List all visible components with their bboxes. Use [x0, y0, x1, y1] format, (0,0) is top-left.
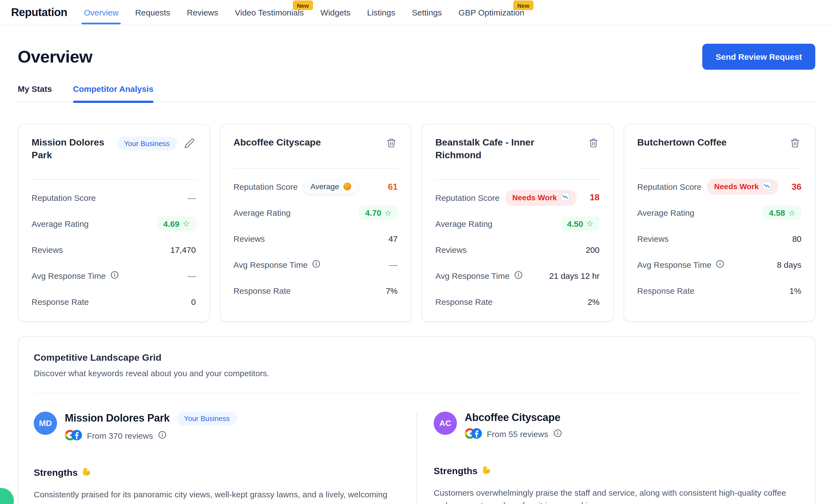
stat-label: Average Rating: [435, 219, 492, 228]
landscape-column-mission-dolores-park: MD Mission Dolores Park Your Business: [34, 411, 416, 504]
score-badge-average: Average: [303, 179, 359, 194]
nav-tab-overview[interactable]: Overview: [84, 0, 119, 24]
stat-label-text: Avg Response Time: [435, 271, 509, 280]
stat-value: 2%: [588, 297, 599, 306]
info-icon[interactable]: [158, 431, 167, 441]
rating-pill: 4.50☆: [561, 216, 599, 231]
stat-label: Reviews: [234, 234, 265, 244]
avatar: MD: [34, 411, 57, 435]
top-nav: Reputation Overview Requests Reviews Vid…: [0, 0, 833, 25]
review-source-icons: [465, 428, 482, 440]
stat-value: 36: [791, 182, 802, 192]
stat-value: 8 days: [777, 260, 802, 270]
delete-button[interactable]: [789, 137, 802, 151]
card-header: Butchertown Coffee: [637, 137, 802, 151]
review-source-icons: [65, 430, 82, 442]
rating-value: 4.58: [769, 208, 785, 217]
competitor-card-mission-dolores-park: Mission Dolores Park Your Business Reput…: [18, 124, 210, 322]
nav-tab-listings[interactable]: Listings: [367, 0, 395, 24]
stat-value: 18: [590, 193, 599, 203]
stat-value: 7%: [386, 286, 398, 296]
strengths-text: Customers overwhelmingly praise the staf…: [434, 486, 799, 504]
rating-pill: 4.69☆: [157, 216, 196, 231]
business-name-row: Abcoffee Cityscape: [465, 411, 562, 424]
rating-pill: 4.58☆: [763, 205, 802, 220]
nav-tab-gbp-optimization[interactable]: GBP OptimizationNew: [459, 0, 524, 24]
send-review-request-button[interactable]: Send Review Request: [702, 44, 815, 70]
stat-row-response-rate: Response Rate 7%: [234, 278, 398, 304]
info-icon[interactable]: [312, 259, 321, 270]
tab-competitor-analysis[interactable]: Competitor Analysis: [73, 84, 153, 102]
stat-label-text: Reputation Score: [435, 193, 500, 202]
stat-label: Reputation Score Needs Work: [637, 179, 778, 195]
card-header: Beanstalk Cafe - Inner Richmond: [435, 137, 599, 162]
stat-label: Reputation Score: [31, 193, 96, 202]
stat-row-reputation-score: Reputation Score —: [31, 185, 196, 211]
subtabs: My Stats Competitor Analysis: [18, 84, 815, 102]
nav-tab-label: Listings: [367, 7, 395, 17]
nav-tab-settings[interactable]: Settings: [412, 0, 442, 24]
nav-tab-video-testimonials[interactable]: Video TestimonialsNew: [235, 0, 304, 24]
trash-icon: [588, 138, 598, 150]
card-header: Mission Dolores Park Your Business: [31, 137, 196, 162]
business-name: Abcoffee Cityscape: [465, 411, 561, 424]
stat-row-avg-response-time: Avg Response Time 8 days: [637, 252, 802, 278]
stat-row-response-rate: Response Rate 2%: [435, 289, 599, 315]
stat-value: —: [188, 193, 196, 202]
strengths-heading: Strengths: [34, 467, 392, 480]
strengths-heading-text: Strengths: [434, 466, 478, 477]
review-count-text: From 55 reviews: [487, 430, 548, 439]
rating-value: 4.69: [163, 220, 179, 228]
stat-row-reputation-score: Reputation Score Needs Work 18: [435, 185, 599, 211]
star-icon: ☆: [587, 220, 593, 228]
strengths-heading: Strengths: [434, 465, 799, 478]
app-logo[interactable]: Reputation: [11, 6, 67, 19]
nav-tab-widgets[interactable]: Widgets: [320, 0, 350, 24]
delete-button[interactable]: [385, 137, 398, 151]
facebook-icon: [471, 428, 482, 440]
competitor-card-butchertown-coffee: Butchertown Coffee Reputation Score Need…: [623, 124, 815, 322]
stat-label-text: Reputation Score: [637, 182, 701, 192]
score-badge-text: Needs Work: [714, 182, 759, 192]
pencil-icon: [184, 138, 195, 150]
info-icon[interactable]: [716, 259, 725, 270]
info-icon[interactable]: [110, 271, 119, 281]
competitor-card-abcoffee-cityscape: Abcoffee Cityscape Reputation Score Aver…: [220, 124, 411, 322]
avatar: AC: [434, 411, 457, 435]
trash-icon: [790, 138, 800, 150]
main-content: Overview Send Review Request My Stats Co…: [0, 44, 833, 504]
stat-label-text: Avg Response Time: [31, 271, 106, 280]
star-icon: ☆: [183, 220, 190, 228]
stat-row-reviews: Reviews 17,470: [31, 237, 196, 263]
info-icon[interactable]: [514, 271, 523, 281]
stat-label: Avg Response Time: [637, 259, 725, 270]
delete-button[interactable]: [587, 137, 599, 151]
stat-row-reputation-score: Reputation Score Needs Work 36: [637, 174, 802, 200]
stat-label: Reviews: [637, 234, 668, 244]
stat-rows: Reputation Score — Average Rating 4.69☆ …: [31, 180, 196, 315]
competitive-landscape-card: Competitive Landscape Grid Discover what…: [18, 336, 815, 504]
muscle-icon: [82, 467, 92, 480]
stat-label: Average Rating: [637, 208, 694, 218]
stat-value: 0: [191, 297, 196, 306]
orange-dot-icon: [344, 183, 352, 191]
stat-value: 200: [586, 245, 599, 254]
stat-value: 21 days 12 hr: [549, 271, 599, 280]
muscle-icon: [482, 465, 492, 478]
info-icon[interactable]: [553, 429, 562, 439]
your-business-badge: Your Business: [117, 137, 177, 150]
page-header: Overview Send Review Request: [18, 44, 815, 70]
stat-label: Avg Response Time: [435, 271, 523, 281]
stat-label: Avg Response Time: [31, 271, 119, 281]
stat-value: 1%: [789, 286, 802, 296]
nav-tab-requests[interactable]: Requests: [135, 0, 170, 24]
edit-button[interactable]: [183, 137, 196, 152]
tab-my-stats[interactable]: My Stats: [18, 84, 52, 102]
score-badge-text: Needs Work: [512, 193, 557, 202]
score-badge-text: Average: [310, 182, 339, 192]
review-sources-row: From 55 reviews: [465, 428, 562, 440]
stat-label: Reviews: [31, 245, 63, 254]
nav-tab-label: Widgets: [320, 7, 350, 17]
card-header: Abcoffee Cityscape: [234, 137, 398, 151]
nav-tab-reviews[interactable]: Reviews: [187, 0, 218, 24]
